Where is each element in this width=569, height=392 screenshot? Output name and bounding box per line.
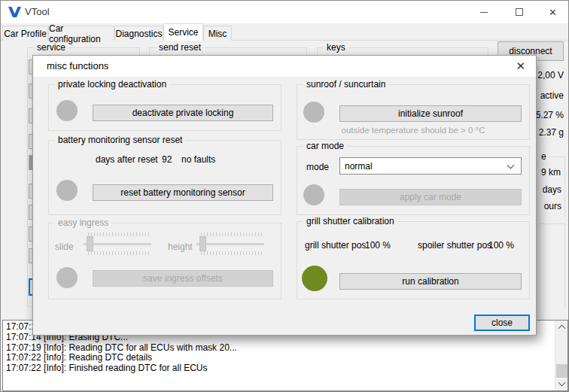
slider-thumb: [199, 236, 206, 251]
window-close-button[interactable]: ✕: [536, 1, 569, 23]
tab-diagnostics[interactable]: Diagnostics: [114, 26, 163, 41]
sunroof-group-title: sunroof / suncurtain: [303, 79, 388, 90]
car-mode-group: car mode mode normal apply car mode: [297, 146, 530, 215]
slide-slider: [82, 232, 153, 255]
spoiler-shutter-pos-label: spoiler shutter pos: [418, 240, 491, 251]
easy-ingress-group-title: easy ingress: [55, 217, 111, 228]
grill-shutter-group-title: grill shutter calibration: [303, 216, 397, 226]
scroll-down-icon[interactable]: [558, 379, 566, 387]
slide-label: slide: [55, 242, 74, 252]
trip-distance: 9 km: [541, 167, 561, 178]
scroll-up-icon[interactable]: [558, 325, 566, 333]
sunroof-temperature-note: outside temperature should be > 0 °C: [297, 126, 529, 135]
battery-monitoring-group-title: battery monitoring sensor reset: [55, 135, 185, 145]
mode-dropdown-value: normal: [345, 161, 373, 172]
apply-car-mode-button: apply car mode: [339, 189, 522, 205]
log-line: 17:07:19 [Info]: Reading DTC for all ECU…: [6, 343, 552, 354]
easy-ingress-group: easy ingress slide height save ingress o…: [48, 223, 281, 299]
deactivate-private-locking-button[interactable]: deactivate private locking: [93, 105, 273, 121]
title-bar: VTool ✕: [1, 1, 568, 23]
log-scrollbar[interactable]: [555, 321, 567, 390]
service-group-title: service: [34, 42, 68, 53]
mode-dropdown[interactable]: normal: [339, 157, 522, 175]
grill-shutter-pos-label: grill shutter pos: [305, 240, 366, 251]
misc-functions-dialog: misc functions ✕ private locking deactiv…: [32, 55, 537, 336]
slider-ticks: [201, 251, 264, 255]
send-reset-group-title: send reset: [156, 42, 204, 53]
slider-track: [84, 243, 151, 245]
dialog-close-button[interactable]: close: [474, 315, 530, 331]
lower-group-border: [540, 223, 565, 308]
tab-service[interactable]: Service: [163, 23, 203, 41]
save-ingress-offsets-button: save ingress offsets: [93, 270, 273, 287]
close-icon: ✕: [549, 7, 557, 18]
private-locking-group-title: private locking deactivation: [55, 79, 169, 90]
battery-reset-status-indicator: [56, 180, 78, 201]
grill-shutter-group: grill shutter calibration grill shutter …: [297, 221, 530, 299]
slider-ticks: [88, 232, 151, 236]
vtool-window: VTool ✕ Car Profile Car configuration Di…: [0, 0, 569, 392]
keys-group-title: keys: [324, 42, 348, 53]
sunroof-status-indicator: [303, 102, 324, 123]
run-calibration-button[interactable]: run calibration: [339, 273, 522, 290]
trip-group-title-fragment: e: [540, 151, 548, 162]
minimize-icon: [480, 12, 488, 13]
dialog-title: misc functions: [47, 56, 108, 77]
height-label: height: [168, 242, 193, 252]
trip-days: days: [543, 184, 561, 195]
slider-ticks: [201, 232, 264, 236]
trip-hours: ours: [544, 201, 561, 211]
vtool-logo-icon: [8, 7, 21, 20]
maximize-icon: [516, 8, 523, 16]
car-mode-group-title: car mode: [303, 141, 347, 151]
mode-label: mode: [306, 162, 329, 172]
days-after-reset-label: days after reset: [96, 154, 158, 165]
reset-battery-monitoring-button[interactable]: reset battery monitoring sensor: [93, 184, 273, 201]
battery-monitoring-group: battery monitoring sensor reset days aft…: [48, 140, 281, 215]
slider-track: [196, 243, 264, 245]
calibration-status-indicator: [302, 266, 327, 291]
initialize-sunroof-button[interactable]: initialize sunroof: [339, 105, 522, 122]
minimize-button[interactable]: [467, 1, 501, 23]
maximize-button[interactable]: [502, 1, 536, 23]
spoiler-shutter-pos-value: 100 %: [488, 240, 514, 251]
tab-car-profile[interactable]: Car Profile: [2, 26, 48, 41]
slider-thumb: [87, 236, 93, 251]
easy-ingress-status-indicator: [56, 267, 78, 288]
private-locking-status-indicator: [56, 100, 78, 121]
car-mode-status-indicator: [303, 184, 324, 205]
slider-ticks: [88, 251, 151, 255]
faults-status-text: no faults: [181, 154, 215, 165]
window-title: VTool: [25, 1, 50, 23]
grill-shutter-pos-value: 100 %: [365, 240, 391, 251]
dialog-close-icon[interactable]: ✕: [516, 59, 525, 73]
sunroof-group: sunroof / suncurtain initialize sunroof …: [297, 84, 530, 140]
chevron-down-icon: [507, 162, 515, 169]
log-line: 17:07:22 [Info]: Finished reading DTC fo…: [6, 363, 552, 374]
height-slider: [195, 232, 266, 255]
dialog-title-bar: misc functions ✕: [33, 56, 536, 77]
days-after-reset-value: 92: [162, 154, 172, 165]
tab-misc[interactable]: Misc: [203, 26, 232, 41]
tab-car-configuration[interactable]: Car configuration: [48, 26, 114, 41]
private-locking-group: private locking deactivation deactivate …: [48, 84, 281, 131]
log-line: 17:07:22 [Info]: Reading DTC details: [6, 353, 552, 363]
scrollbar-thumb[interactable]: [556, 364, 567, 378]
